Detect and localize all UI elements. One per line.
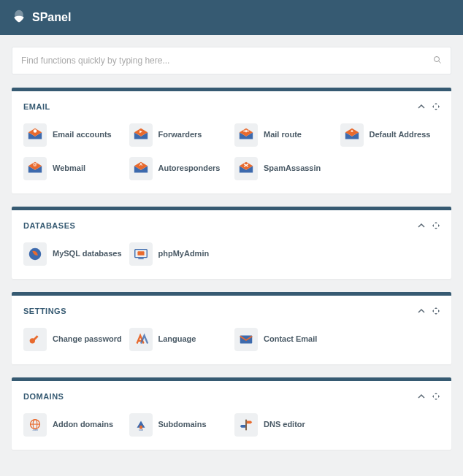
globe-icon: .com: [23, 413, 47, 437]
tile-label: Mail route: [264, 130, 302, 140]
tile-label: SpamAssassin: [264, 164, 321, 174]
tile-label: Default Address: [370, 130, 431, 140]
search-icon: [433, 54, 442, 67]
tile-label: MySQL databases: [53, 249, 122, 259]
signpost-icon: [234, 413, 258, 437]
webmail-icon: @: [23, 157, 47, 180]
panel-actions: [418, 100, 440, 113]
panel-body: MySQL databases phpMyAdmin: [12, 235, 451, 279]
collapse-icon[interactable]: [418, 219, 425, 232]
panel-body: Change password Language Contact Email: [12, 320, 451, 364]
panel-domains: DOMAINS .com Addon domains sub Subdomain…: [12, 377, 451, 450]
panel-header: EMAIL: [12, 91, 451, 116]
panel-email: EMAIL Email accounts Forwarders Mail rou…: [12, 88, 451, 193]
move-icon[interactable]: [432, 219, 440, 232]
svg-text:@: @: [33, 162, 37, 166]
panel-settings: SETTINGS Change password Language Contac…: [12, 292, 451, 364]
move-icon[interactable]: [432, 390, 440, 403]
move-icon[interactable]: [432, 100, 440, 113]
tile-label: Contact Email: [264, 334, 317, 345]
svg-text:A: A: [139, 162, 142, 166]
tile-label: phpMyAdmin: [158, 249, 210, 259]
panel-header: SETTINGS: [12, 296, 451, 320]
search-box[interactable]: [12, 47, 451, 74]
tile-phpmyadmin[interactable]: phpMyAdmin: [129, 242, 229, 266]
content-area: EMAIL Email accounts Forwarders Mail rou…: [0, 35, 463, 475]
panel-databases: DATABASES MySQL databases phpMyAdmin: [12, 207, 451, 279]
panel-header: DATABASES: [12, 210, 451, 235]
default-address-icon: [340, 123, 364, 147]
tile-contact-email[interactable]: Contact Email: [234, 328, 334, 351]
tile-label: Autoresponders: [158, 164, 221, 174]
panel-body: .com Addon domains sub Subdomains DNS ed…: [12, 406, 451, 450]
tile-label: Addon domains: [53, 420, 113, 430]
tile-dns-editor[interactable]: DNS editor: [234, 413, 334, 437]
tile-subdomains[interactable]: sub Subdomains: [129, 413, 229, 437]
tile-label: Language: [158, 334, 196, 345]
move-icon[interactable]: [432, 304, 440, 318]
tile-default-address[interactable]: Default Address: [340, 123, 440, 147]
panel-title: DATABASES: [23, 221, 418, 230]
phpmyadmin-icon: [129, 242, 153, 266]
collapse-icon[interactable]: [418, 304, 425, 318]
topbar: SPanel: [0, 0, 463, 35]
tile-email-accounts[interactable]: Email accounts: [23, 123, 123, 147]
svg-rect-7: [137, 251, 144, 256]
panel-title: DOMAINS: [23, 392, 418, 401]
search-input[interactable]: [21, 55, 433, 66]
svg-point-0: [435, 57, 440, 62]
mysql-icon: [23, 242, 47, 266]
collapse-icon[interactable]: [418, 100, 425, 113]
collapse-icon[interactable]: [418, 390, 425, 403]
tile-label: Email accounts: [53, 130, 112, 140]
panel-actions: [418, 390, 440, 403]
key-icon: [23, 328, 47, 351]
svg-point-2: [34, 129, 37, 133]
svg-text:.com: .com: [32, 429, 38, 431]
panel-body: Email accounts Forwarders Mail route Def…: [12, 116, 451, 193]
panel-header: DOMAINS: [12, 381, 451, 406]
panel-actions: [418, 219, 440, 232]
mail-route-icon: [234, 123, 258, 147]
language-icon: [129, 328, 153, 351]
panel-actions: [418, 304, 440, 318]
autoresponders-icon: A: [129, 157, 153, 180]
spamassassin-icon: [234, 157, 258, 180]
forwarders-icon: [129, 123, 153, 147]
tile-autoresponders[interactable]: A Autoresponders: [129, 157, 229, 180]
tile-mysql-databases[interactable]: MySQL databases: [23, 242, 123, 266]
tile-change-password[interactable]: Change password: [23, 328, 123, 351]
tile-language[interactable]: Language: [129, 328, 229, 351]
tile-forwarders[interactable]: Forwarders: [129, 123, 229, 147]
tile-label: Webmail: [53, 164, 85, 174]
brand: SPanel: [12, 9, 71, 26]
panel-title: SETTINGS: [23, 307, 418, 315]
brand-logo-icon: [12, 9, 26, 26]
tile-addon-domains[interactable]: .com Addon domains: [23, 413, 123, 437]
svg-text:sub: sub: [139, 429, 143, 431]
subdomain-icon: sub: [129, 413, 153, 437]
tile-spamassassin[interactable]: SpamAssassin: [234, 157, 334, 180]
email-accounts-icon: [23, 123, 47, 147]
svg-rect-18: [245, 420, 247, 431]
tile-mail-route[interactable]: Mail route: [234, 123, 334, 147]
tile-webmail[interactable]: @ Webmail: [23, 157, 123, 180]
panel-title: EMAIL: [23, 102, 418, 111]
tile-label: Subdomains: [158, 420, 207, 430]
tile-label: Change password: [53, 334, 122, 345]
tile-label: DNS editor: [264, 420, 305, 430]
brand-name: SPanel: [32, 11, 71, 24]
tile-label: Forwarders: [158, 130, 202, 140]
contact-email-icon: [234, 328, 258, 351]
svg-line-1: [439, 61, 441, 64]
